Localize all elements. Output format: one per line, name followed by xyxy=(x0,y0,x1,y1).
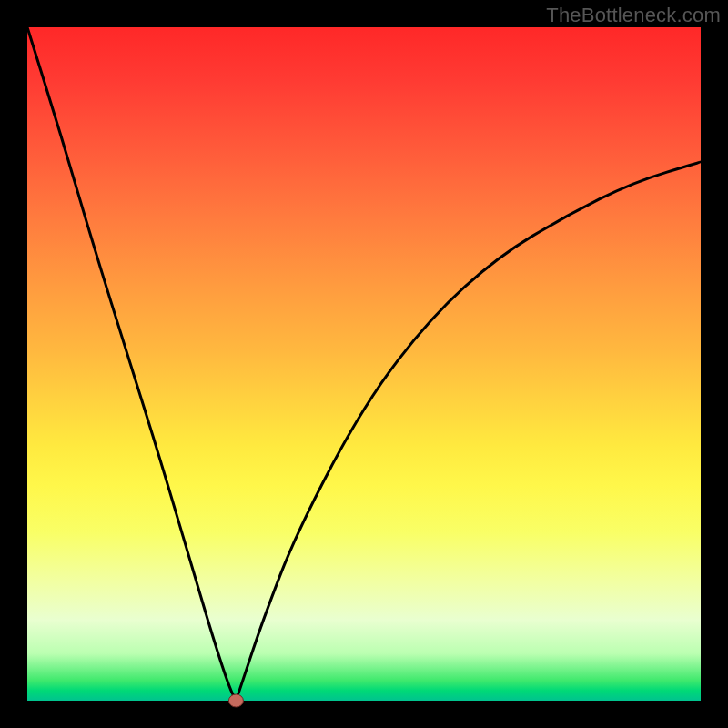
watermark-text: TheBottleneck.com xyxy=(546,4,721,27)
bottleneck-curve xyxy=(27,27,701,697)
chart-stage: TheBottleneck.com xyxy=(0,0,728,728)
plot-area xyxy=(27,27,701,701)
minimum-marker xyxy=(228,694,243,707)
chart-svg xyxy=(27,27,701,701)
